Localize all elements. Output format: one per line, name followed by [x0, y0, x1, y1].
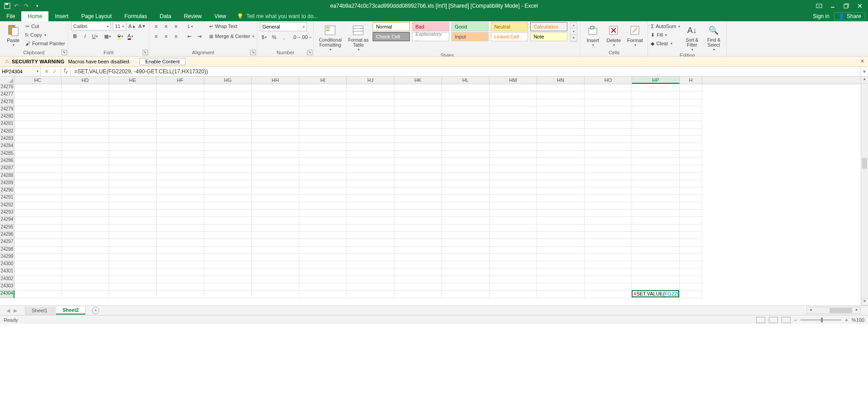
decrease-font-icon[interactable]: A▼: [138, 22, 146, 30]
cell[interactable]: [204, 268, 252, 276]
cell[interactable]: [537, 195, 585, 202]
cell[interactable]: [14, 261, 62, 268]
cell[interactable]: [442, 114, 489, 121]
cell[interactable]: [299, 254, 347, 261]
cell[interactable]: [14, 121, 62, 128]
cell[interactable]: [394, 254, 442, 261]
cell[interactable]: [394, 143, 442, 150]
cell[interactable]: [109, 291, 157, 298]
select-all-corner[interactable]: [0, 76, 14, 84]
cell[interactable]: [62, 99, 109, 106]
cell[interactable]: [632, 254, 680, 261]
paste-button[interactable]: Paste ▾: [3, 22, 24, 47]
cell[interactable]: [299, 114, 347, 121]
row-header[interactable]: 24292: [0, 202, 14, 210]
cell[interactable]: [537, 165, 585, 172]
column-header[interactable]: HF: [157, 76, 204, 84]
cell[interactable]: [157, 187, 204, 195]
scroll-left-icon[interactable]: ◂: [807, 307, 814, 314]
cell[interactable]: [252, 165, 299, 172]
cell[interactable]: [680, 91, 702, 99]
column-header[interactable]: HC: [14, 76, 62, 84]
cell[interactable]: [62, 187, 109, 195]
cut-button[interactable]: ✂Cut: [25, 22, 65, 30]
cell[interactable]: [347, 254, 394, 261]
cell[interactable]: [252, 247, 299, 254]
row-header[interactable]: 24283: [0, 136, 14, 143]
cell[interactable]: [537, 84, 585, 91]
cell[interactable]: [157, 217, 204, 224]
cell[interactable]: [157, 195, 204, 202]
cell[interactable]: [394, 121, 442, 128]
cell[interactable]: [252, 173, 299, 180]
cell[interactable]: [585, 121, 632, 128]
horizontal-scrollbar[interactable]: ◂ ▸: [806, 307, 861, 314]
cell[interactable]: [347, 261, 394, 268]
cell[interactable]: [252, 187, 299, 195]
cell[interactable]: [14, 114, 62, 121]
cell[interactable]: [585, 143, 632, 150]
cell[interactable]: [109, 173, 157, 180]
increase-decimal-icon[interactable]: .0→: [293, 33, 301, 41]
cell[interactable]: [537, 121, 585, 128]
cell[interactable]: [632, 247, 680, 254]
formula-enter-icon[interactable]: ✓: [53, 68, 57, 75]
security-warning-close-icon[interactable]: ✕: [860, 58, 864, 64]
cell[interactable]: [442, 165, 489, 172]
tab-page-layout[interactable]: Page Layout: [75, 11, 118, 21]
cell[interactable]: [347, 136, 394, 143]
cell[interactable]: [347, 173, 394, 180]
underline-button[interactable]: U▾: [91, 32, 99, 40]
cell[interactable]: [347, 276, 394, 283]
row-header[interactable]: 24304: [0, 291, 14, 298]
cell[interactable]: [680, 151, 702, 158]
cell[interactable]: [489, 217, 537, 224]
cell[interactable]: [489, 180, 537, 187]
row-header[interactable]: 24289: [0, 180, 14, 187]
cell[interactable]: [680, 129, 702, 136]
cell[interactable]: [109, 210, 157, 217]
cell[interactable]: [252, 210, 299, 217]
cell[interactable]: [62, 217, 109, 224]
cell[interactable]: [62, 136, 109, 143]
column-header[interactable]: HK: [394, 76, 442, 84]
cell[interactable]: [157, 224, 204, 232]
cell[interactable]: [299, 195, 347, 202]
cell[interactable]: [157, 254, 204, 261]
cell[interactable]: [157, 99, 204, 106]
row-header[interactable]: 24295: [0, 224, 14, 232]
cell[interactable]: [299, 261, 347, 268]
find-select-button[interactable]: 🔍 Find & Select▾: [704, 22, 724, 52]
vertical-scrollbar[interactable]: ▴ ▾: [861, 76, 868, 305]
sheet-tab-1[interactable]: Sheet1: [25, 307, 54, 315]
cell[interactable]: [62, 165, 109, 172]
cell[interactable]: [299, 99, 347, 106]
cell[interactable]: [14, 180, 62, 187]
cell[interactable]: [204, 121, 252, 128]
column-header[interactable]: HH: [252, 76, 299, 84]
fill-color-button[interactable]: ⬙▾: [116, 32, 125, 40]
cell[interactable]: [489, 268, 537, 276]
cell[interactable]: [680, 261, 702, 268]
cell[interactable]: [157, 283, 204, 291]
cell[interactable]: [14, 143, 62, 150]
view-page-break-icon[interactable]: [782, 317, 791, 323]
cell[interactable]: [299, 173, 347, 180]
scroll-right-icon[interactable]: ▸: [853, 307, 860, 314]
cell[interactable]: [632, 173, 680, 180]
view-normal-icon[interactable]: [756, 317, 765, 323]
cell[interactable]: [394, 247, 442, 254]
cell[interactable]: [157, 173, 204, 180]
column-header[interactable]: HE: [109, 76, 157, 84]
cell[interactable]: [394, 99, 442, 106]
cell[interactable]: [442, 187, 489, 195]
cell[interactable]: [157, 151, 204, 158]
cell[interactable]: [299, 84, 347, 91]
cell[interactable]: [442, 195, 489, 202]
cell[interactable]: [299, 210, 347, 217]
cell[interactable]: [299, 202, 347, 210]
cell[interactable]: [252, 217, 299, 224]
cell[interactable]: [252, 84, 299, 91]
cell[interactable]: [204, 180, 252, 187]
tell-me-search[interactable]: 💡 Tell me what you want to do...: [237, 11, 318, 21]
